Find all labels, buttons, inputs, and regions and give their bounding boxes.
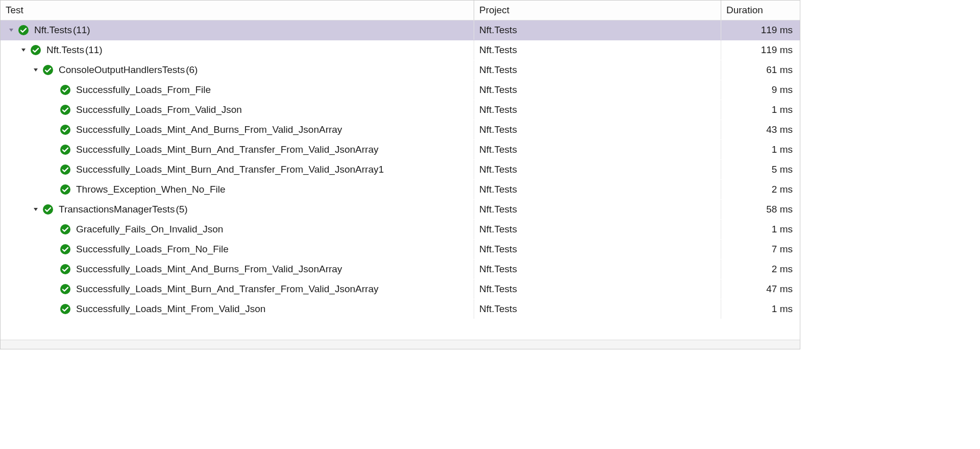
test-name-label: ConsoleOutputHandlersTests	[59, 64, 185, 76]
column-header-project[interactable]: Project	[474, 1, 721, 20]
project-cell: Nft.Tests	[474, 40, 721, 60]
test-name-label: Nft.Tests	[34, 25, 72, 36]
test-name-label: Successfully_Loads_Mint_Burn_And_Transfe…	[76, 283, 378, 295]
test-name-label: Gracefully_Fails_On_Invalid_Json	[76, 224, 223, 235]
project-cell: Nft.Tests	[474, 220, 721, 239]
test-name-label: TransactionsManagerTests	[59, 204, 175, 215]
test-name-label: Successfully_Loads_From_Valid_Json	[76, 104, 242, 115]
test-name-label: Successfully_Loads_Mint_From_Valid_Json	[76, 303, 265, 315]
status-pass-icon	[60, 224, 71, 235]
duration-cell: 58 ms	[721, 200, 800, 219]
test-name-label: Successfully_Loads_From_No_File	[76, 244, 229, 255]
svg-point-14	[60, 304, 70, 314]
test-name-label: Successfully_Loads_Mint_And_Burns_From_V…	[76, 264, 342, 275]
test-cell[interactable]: Gracefully_Fails_On_Invalid_Json	[1, 220, 474, 239]
test-cell[interactable]: ConsoleOutputHandlersTests (6)	[1, 60, 474, 80]
project-cell: Nft.Tests	[474, 160, 721, 179]
status-pass-icon	[30, 44, 41, 56]
test-row-t1[interactable]: Successfully_Loads_From_FileNft.Tests9 m…	[1, 80, 800, 100]
project-cell: Nft.Tests	[474, 100, 721, 120]
test-name-label: Nft.Tests	[46, 44, 84, 56]
expander-icon[interactable]	[20, 46, 27, 54]
status-pass-icon	[60, 104, 71, 115]
test-count-label: (11)	[85, 44, 103, 56]
test-row-t5[interactable]: Successfully_Loads_Mint_Burn_And_Transfe…	[1, 160, 800, 180]
test-row-root[interactable]: Nft.Tests (11)Nft.Tests119 ms	[1, 20, 800, 40]
footer-strip	[1, 340, 800, 349]
svg-point-2	[43, 65, 53, 75]
duration-cell: 47 ms	[721, 279, 800, 299]
test-cell[interactable]: Successfully_Loads_Mint_Burn_And_Transfe…	[1, 279, 474, 299]
test-cell[interactable]: TransactionsManagerTests (5)	[1, 200, 474, 219]
svg-point-9	[43, 204, 53, 215]
svg-point-8	[60, 184, 70, 195]
svg-point-0	[18, 25, 29, 35]
status-pass-icon	[60, 303, 71, 315]
expander-icon[interactable]	[32, 66, 39, 74]
svg-point-11	[60, 244, 70, 254]
test-cell[interactable]: Successfully_Loads_From_Valid_Json	[1, 100, 474, 120]
svg-point-6	[60, 145, 70, 155]
svg-point-10	[60, 224, 70, 234]
test-row-t9[interactable]: Successfully_Loads_Mint_And_Burns_From_V…	[1, 259, 800, 279]
status-pass-icon	[60, 184, 71, 195]
test-count-label: (11)	[73, 25, 90, 36]
project-cell: Nft.Tests	[474, 20, 721, 40]
svg-point-5	[60, 125, 70, 135]
svg-point-12	[60, 264, 70, 274]
duration-cell: 2 ms	[721, 259, 800, 279]
test-row-t8[interactable]: Successfully_Loads_From_No_FileNft.Tests…	[1, 240, 800, 259]
expander-icon[interactable]	[8, 27, 15, 34]
duration-cell: 119 ms	[721, 40, 800, 60]
project-cell: Nft.Tests	[474, 80, 721, 100]
test-cell[interactable]: Nft.Tests (11)	[1, 40, 474, 60]
project-cell: Nft.Tests	[474, 200, 721, 219]
test-row-t7[interactable]: Gracefully_Fails_On_Invalid_JsonNft.Test…	[1, 220, 800, 240]
duration-cell: 61 ms	[721, 60, 800, 80]
test-cell[interactable]: Successfully_Loads_Mint_Burn_And_Transfe…	[1, 160, 474, 179]
duration-cell: 2 ms	[721, 180, 800, 199]
test-name-label: Throws_Exception_When_No_File	[76, 184, 226, 195]
project-cell: Nft.Tests	[474, 60, 721, 80]
test-cell[interactable]: Successfully_Loads_From_File	[1, 80, 474, 100]
test-row-t2[interactable]: Successfully_Loads_From_Valid_JsonNft.Te…	[1, 100, 800, 120]
test-row-ns[interactable]: Nft.Tests (11)Nft.Tests119 ms	[1, 40, 800, 60]
svg-point-4	[60, 105, 70, 115]
status-pass-icon	[60, 244, 71, 255]
status-pass-icon	[18, 25, 29, 36]
test-cell[interactable]: Successfully_Loads_From_No_File	[1, 240, 474, 259]
test-row-t3[interactable]: Successfully_Loads_Mint_And_Burns_From_V…	[1, 120, 800, 140]
status-pass-icon	[60, 164, 71, 175]
svg-point-1	[31, 45, 41, 55]
test-row-t6[interactable]: Throws_Exception_When_No_FileNft.Tests2 …	[1, 180, 800, 200]
test-row-t4[interactable]: Successfully_Loads_Mint_Burn_And_Transfe…	[1, 140, 800, 160]
test-name-label: Successfully_Loads_Mint_And_Burns_From_V…	[76, 124, 342, 135]
column-header-test[interactable]: Test	[1, 1, 474, 20]
column-header-row: Test Project Duration	[1, 1, 800, 20]
duration-cell: 119 ms	[721, 20, 800, 40]
test-row-cls1[interactable]: ConsoleOutputHandlersTests (6)Nft.Tests6…	[1, 60, 800, 80]
status-pass-icon	[42, 64, 54, 76]
test-row-t11[interactable]: Successfully_Loads_Mint_From_Valid_JsonN…	[1, 299, 800, 319]
svg-point-13	[60, 284, 70, 294]
test-name-label: Successfully_Loads_Mint_Burn_And_Transfe…	[76, 144, 378, 155]
status-pass-icon	[60, 264, 71, 275]
test-cell[interactable]: Successfully_Loads_Mint_And_Burns_From_V…	[1, 120, 474, 139]
test-cell[interactable]: Successfully_Loads_Mint_And_Burns_From_V…	[1, 259, 474, 279]
test-cell[interactable]: Nft.Tests (11)	[1, 20, 474, 40]
test-explorer-panel: Test Project Duration Nft.Tests (11)Nft.…	[0, 0, 800, 349]
test-cell[interactable]: Successfully_Loads_Mint_From_Valid_Json	[1, 299, 474, 319]
expander-icon[interactable]	[32, 206, 39, 213]
test-name-label: Successfully_Loads_Mint_Burn_And_Transfe…	[76, 164, 384, 175]
test-cell[interactable]: Successfully_Loads_Mint_Burn_And_Transfe…	[1, 140, 474, 159]
duration-cell: 1 ms	[721, 299, 800, 319]
test-row-cls2[interactable]: TransactionsManagerTests (5)Nft.Tests58 …	[1, 200, 800, 220]
status-pass-icon	[60, 124, 71, 135]
svg-point-7	[60, 164, 70, 175]
test-row-t10[interactable]: Successfully_Loads_Mint_Burn_And_Transfe…	[1, 279, 800, 299]
column-header-duration[interactable]: Duration	[721, 1, 800, 20]
status-pass-icon	[60, 144, 71, 155]
test-cell[interactable]: Throws_Exception_When_No_File	[1, 180, 474, 199]
test-name-label: Successfully_Loads_From_File	[76, 84, 211, 96]
status-pass-icon	[42, 204, 54, 215]
